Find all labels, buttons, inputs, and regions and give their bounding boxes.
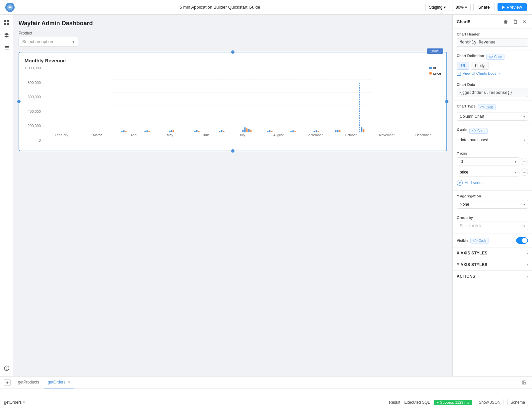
code-icon-type: </>: [480, 105, 485, 109]
svg-rect-36: [250, 130, 251, 132]
chart-body: February March April May June July Augus…: [43, 66, 441, 142]
svg-rect-22: [148, 131, 150, 132]
resize-handle-right[interactable]: [445, 100, 448, 103]
topbar-center: 5 min Application Builder Quickstart Gui…: [180, 5, 260, 10]
resize-handle-top[interactable]: [231, 50, 234, 54]
chart-type-dropdown[interactable]: Column Chart ▾: [457, 112, 528, 121]
x-label-jul: July: [224, 133, 260, 137]
chart-data-input[interactable]: {{getOrders.response}}: [457, 89, 528, 97]
y-axis-styles-section[interactable]: Y AXIS STYLES ›: [453, 259, 532, 271]
add-query-button[interactable]: +: [4, 379, 11, 386]
resize-handle-left[interactable]: [17, 100, 21, 103]
y-axis-series1-dropdown[interactable]: id ▾: [457, 157, 519, 166]
svg-rect-19: [125, 131, 126, 132]
sidebar-icon-grid[interactable]: [1, 17, 12, 28]
tab-get-products[interactable]: getProducts: [14, 377, 43, 388]
preview-button[interactable]: Preview: [498, 3, 527, 11]
actions-section[interactable]: ACTIONS ›: [453, 271, 532, 282]
external-link-icon: ↗: [498, 72, 500, 75]
chart-header-section: Chart Header Monthly Revenue: [453, 29, 532, 50]
svg-rect-40: [290, 131, 292, 132]
code-label-xaxis: Code: [477, 129, 485, 133]
visible-row: Visible </> Code: [457, 237, 528, 244]
trash-icon[interactable]: [502, 18, 509, 25]
show-json-button[interactable]: Show JSON: [476, 399, 503, 406]
chart-legend: id price: [429, 66, 441, 75]
copy-icon[interactable]: [511, 18, 519, 25]
product-select-chevron-icon: ▾: [72, 39, 75, 44]
schema-button[interactable]: Schema: [507, 399, 528, 406]
docs-link[interactable]: 📄 View UI Charts Docs ↗: [457, 71, 528, 76]
chart-y-axis: 1,000,000 800,000 600,000 400,000 200,00…: [25, 66, 43, 142]
code-badge-xaxis[interactable]: </> Code: [469, 128, 488, 134]
y-axis-series2-row: price ▾ −: [457, 168, 528, 176]
tab-get-orders-label: getOrders: [48, 380, 65, 384]
play-icon: [502, 6, 505, 9]
sidebar-icon-help[interactable]: ?: [1, 363, 12, 374]
chart-header-input[interactable]: Monthly Revenue: [457, 38, 528, 47]
svg-rect-32: [242, 130, 243, 132]
svg-rect-30: [221, 130, 222, 132]
visible-toggle[interactable]: [516, 237, 528, 244]
y-axis-series1-value: id: [460, 159, 463, 164]
svg-rect-42: [294, 131, 296, 132]
y-label-3: 600,000: [25, 95, 41, 99]
y-agg-dropdown[interactable]: None ▾: [457, 200, 528, 209]
y-agg-label: Y aggregation: [457, 194, 528, 198]
chart-widget: Chart5 Monthly Revenue 1,000,000 800,000…: [19, 52, 447, 151]
y-label-6: 0: [25, 138, 41, 142]
query-name-text: getOrders: [4, 400, 22, 405]
chart-definition-section: Chart Definition </> Code UI Plotly 📄 Vi…: [453, 50, 532, 79]
svg-rect-18: [123, 130, 124, 132]
product-select[interactable]: Select an option ▾: [19, 37, 78, 46]
minus-icon-1: −: [523, 159, 526, 164]
edit-icon[interactable]: ✏: [23, 400, 26, 404]
sidebar-icon-menu[interactable]: [1, 42, 12, 53]
tab-get-orders[interactable]: getOrders ✕: [44, 377, 74, 388]
env-label: Staging: [429, 5, 442, 10]
sidebar-icon-layers[interactable]: [1, 30, 12, 40]
save-icon[interactable]: [521, 379, 528, 386]
code-icon-def: </>: [489, 55, 493, 59]
svg-rect-31: [223, 131, 224, 132]
ui-tab[interactable]: UI: [457, 62, 469, 70]
y-agg-chevron-icon: ▾: [523, 203, 525, 206]
y-label-4: 400,000: [25, 109, 41, 113]
remove-series1-button[interactable]: −: [521, 158, 528, 165]
zoom-badge[interactable]: 80% ▾: [452, 4, 471, 11]
svg-rect-43: [313, 131, 315, 132]
code-badge-type[interactable]: </> Code: [478, 104, 496, 110]
svg-rect-35: [248, 129, 249, 132]
svg-rect-46: [335, 130, 336, 132]
code-badge-visible[interactable]: </> Code: [470, 238, 489, 243]
code-badge-def[interactable]: </> Code: [486, 54, 504, 60]
chart-type-row: Chart Type </> Code: [457, 104, 528, 110]
code-label-visible: Code: [479, 239, 487, 243]
x-axis-row: X axis </> Code: [457, 128, 528, 134]
panel-actions: ✕: [502, 18, 528, 25]
x-axis-styles-section[interactable]: X AXIS STYLES ›: [453, 247, 532, 259]
close-icon[interactable]: ✕: [521, 18, 528, 25]
success-dot: ●: [436, 400, 439, 404]
group-by-dropdown[interactable]: Select a field ▾: [457, 222, 528, 230]
chart-data-section: Chart Data {{getOrders.response}}: [453, 79, 532, 101]
env-badge[interactable]: Staging ▾: [425, 4, 449, 11]
svg-rect-27: [196, 130, 197, 132]
x-axis-dropdown[interactable]: date_purchased ▾: [457, 136, 528, 144]
resize-handle-bottom[interactable]: [231, 149, 234, 153]
y-axis-series2-dropdown[interactable]: price ▾: [457, 168, 519, 176]
tab-close-icon[interactable]: ✕: [67, 380, 70, 384]
plotly-tab[interactable]: Plotly: [471, 62, 489, 70]
svg-rect-28: [198, 131, 199, 132]
svg-rect-45: [317, 131, 319, 132]
add-series-button[interactable]: + Add series: [457, 178, 528, 187]
x-label-dec: December: [405, 133, 441, 137]
y-label-5: 200,000: [25, 124, 41, 128]
svg-rect-2: [7, 20, 9, 22]
page-title-topbar: 5 min Application Builder Quickstart Gui…: [180, 5, 260, 10]
chart-type-value: Column Chart: [460, 114, 484, 119]
remove-series2-button[interactable]: −: [521, 169, 528, 176]
code-icon-xaxis: </>: [472, 129, 476, 133]
left-sidebar: ?: [0, 15, 13, 376]
share-button[interactable]: Share: [473, 3, 495, 11]
